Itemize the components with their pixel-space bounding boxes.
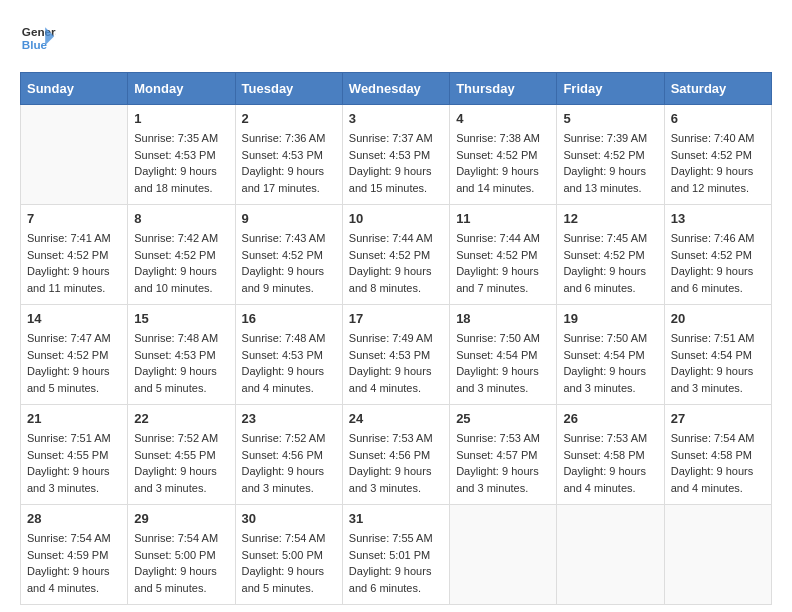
calendar-cell: 14Sunrise: 7:47 AMSunset: 4:52 PMDayligh… xyxy=(21,305,128,405)
day-number: 20 xyxy=(671,311,765,326)
day-number: 15 xyxy=(134,311,228,326)
day-info: Sunrise: 7:53 AMSunset: 4:57 PMDaylight:… xyxy=(456,430,550,496)
day-info: Sunrise: 7:50 AMSunset: 4:54 PMDaylight:… xyxy=(563,330,657,396)
day-info: Sunrise: 7:37 AMSunset: 4:53 PMDaylight:… xyxy=(349,130,443,196)
calendar-cell: 8Sunrise: 7:42 AMSunset: 4:52 PMDaylight… xyxy=(128,205,235,305)
calendar-cell: 16Sunrise: 7:48 AMSunset: 4:53 PMDayligh… xyxy=(235,305,342,405)
day-info: Sunrise: 7:45 AMSunset: 4:52 PMDaylight:… xyxy=(563,230,657,296)
day-info: Sunrise: 7:44 AMSunset: 4:52 PMDaylight:… xyxy=(456,230,550,296)
day-number: 4 xyxy=(456,111,550,126)
page-header: General Blue xyxy=(20,20,772,56)
calendar-header: SundayMondayTuesdayWednesdayThursdayFrid… xyxy=(21,73,772,105)
day-number: 6 xyxy=(671,111,765,126)
day-number: 2 xyxy=(242,111,336,126)
day-info: Sunrise: 7:36 AMSunset: 4:53 PMDaylight:… xyxy=(242,130,336,196)
day-number: 5 xyxy=(563,111,657,126)
calendar-cell: 31Sunrise: 7:55 AMSunset: 5:01 PMDayligh… xyxy=(342,505,449,605)
days-header-row: SundayMondayTuesdayWednesdayThursdayFrid… xyxy=(21,73,772,105)
week-row-3: 21Sunrise: 7:51 AMSunset: 4:55 PMDayligh… xyxy=(21,405,772,505)
day-info: Sunrise: 7:54 AMSunset: 4:58 PMDaylight:… xyxy=(671,430,765,496)
calendar-cell: 24Sunrise: 7:53 AMSunset: 4:56 PMDayligh… xyxy=(342,405,449,505)
logo: General Blue xyxy=(20,20,56,56)
day-number: 13 xyxy=(671,211,765,226)
day-number: 24 xyxy=(349,411,443,426)
day-number: 31 xyxy=(349,511,443,526)
calendar-cell xyxy=(557,505,664,605)
calendar-cell: 5Sunrise: 7:39 AMSunset: 4:52 PMDaylight… xyxy=(557,105,664,205)
calendar-cell: 17Sunrise: 7:49 AMSunset: 4:53 PMDayligh… xyxy=(342,305,449,405)
day-number: 19 xyxy=(563,311,657,326)
day-number: 1 xyxy=(134,111,228,126)
day-number: 8 xyxy=(134,211,228,226)
calendar-cell: 15Sunrise: 7:48 AMSunset: 4:53 PMDayligh… xyxy=(128,305,235,405)
day-info: Sunrise: 7:55 AMSunset: 5:01 PMDaylight:… xyxy=(349,530,443,596)
day-info: Sunrise: 7:38 AMSunset: 4:52 PMDaylight:… xyxy=(456,130,550,196)
calendar-cell: 2Sunrise: 7:36 AMSunset: 4:53 PMDaylight… xyxy=(235,105,342,205)
calendar-cell: 30Sunrise: 7:54 AMSunset: 5:00 PMDayligh… xyxy=(235,505,342,605)
calendar-cell: 27Sunrise: 7:54 AMSunset: 4:58 PMDayligh… xyxy=(664,405,771,505)
calendar-cell: 19Sunrise: 7:50 AMSunset: 4:54 PMDayligh… xyxy=(557,305,664,405)
day-number: 3 xyxy=(349,111,443,126)
calendar-cell: 26Sunrise: 7:53 AMSunset: 4:58 PMDayligh… xyxy=(557,405,664,505)
day-number: 25 xyxy=(456,411,550,426)
day-number: 23 xyxy=(242,411,336,426)
day-info: Sunrise: 7:39 AMSunset: 4:52 PMDaylight:… xyxy=(563,130,657,196)
day-info: Sunrise: 7:53 AMSunset: 4:58 PMDaylight:… xyxy=(563,430,657,496)
day-number: 30 xyxy=(242,511,336,526)
day-info: Sunrise: 7:51 AMSunset: 4:55 PMDaylight:… xyxy=(27,430,121,496)
day-info: Sunrise: 7:52 AMSunset: 4:55 PMDaylight:… xyxy=(134,430,228,496)
calendar-cell: 20Sunrise: 7:51 AMSunset: 4:54 PMDayligh… xyxy=(664,305,771,405)
week-row-1: 7Sunrise: 7:41 AMSunset: 4:52 PMDaylight… xyxy=(21,205,772,305)
calendar-table: SundayMondayTuesdayWednesdayThursdayFrid… xyxy=(20,72,772,605)
day-info: Sunrise: 7:54 AMSunset: 4:59 PMDaylight:… xyxy=(27,530,121,596)
day-info: Sunrise: 7:49 AMSunset: 4:53 PMDaylight:… xyxy=(349,330,443,396)
calendar-cell: 28Sunrise: 7:54 AMSunset: 4:59 PMDayligh… xyxy=(21,505,128,605)
day-number: 9 xyxy=(242,211,336,226)
day-header-wednesday: Wednesday xyxy=(342,73,449,105)
week-row-0: 1Sunrise: 7:35 AMSunset: 4:53 PMDaylight… xyxy=(21,105,772,205)
day-info: Sunrise: 7:40 AMSunset: 4:52 PMDaylight:… xyxy=(671,130,765,196)
day-info: Sunrise: 7:48 AMSunset: 4:53 PMDaylight:… xyxy=(134,330,228,396)
day-number: 26 xyxy=(563,411,657,426)
day-info: Sunrise: 7:52 AMSunset: 4:56 PMDaylight:… xyxy=(242,430,336,496)
day-number: 17 xyxy=(349,311,443,326)
calendar-cell: 7Sunrise: 7:41 AMSunset: 4:52 PMDaylight… xyxy=(21,205,128,305)
calendar-cell xyxy=(664,505,771,605)
day-info: Sunrise: 7:46 AMSunset: 4:52 PMDaylight:… xyxy=(671,230,765,296)
day-header-sunday: Sunday xyxy=(21,73,128,105)
calendar-cell: 6Sunrise: 7:40 AMSunset: 4:52 PMDaylight… xyxy=(664,105,771,205)
calendar-cell: 12Sunrise: 7:45 AMSunset: 4:52 PMDayligh… xyxy=(557,205,664,305)
day-header-thursday: Thursday xyxy=(450,73,557,105)
calendar-body: 1Sunrise: 7:35 AMSunset: 4:53 PMDaylight… xyxy=(21,105,772,605)
day-info: Sunrise: 7:41 AMSunset: 4:52 PMDaylight:… xyxy=(27,230,121,296)
day-info: Sunrise: 7:42 AMSunset: 4:52 PMDaylight:… xyxy=(134,230,228,296)
day-number: 28 xyxy=(27,511,121,526)
day-info: Sunrise: 7:54 AMSunset: 5:00 PMDaylight:… xyxy=(242,530,336,596)
day-info: Sunrise: 7:35 AMSunset: 4:53 PMDaylight:… xyxy=(134,130,228,196)
calendar-cell: 10Sunrise: 7:44 AMSunset: 4:52 PMDayligh… xyxy=(342,205,449,305)
calendar-cell: 4Sunrise: 7:38 AMSunset: 4:52 PMDaylight… xyxy=(450,105,557,205)
day-header-tuesday: Tuesday xyxy=(235,73,342,105)
day-header-saturday: Saturday xyxy=(664,73,771,105)
day-info: Sunrise: 7:48 AMSunset: 4:53 PMDaylight:… xyxy=(242,330,336,396)
day-info: Sunrise: 7:43 AMSunset: 4:52 PMDaylight:… xyxy=(242,230,336,296)
day-number: 27 xyxy=(671,411,765,426)
day-number: 18 xyxy=(456,311,550,326)
calendar-cell: 29Sunrise: 7:54 AMSunset: 5:00 PMDayligh… xyxy=(128,505,235,605)
day-info: Sunrise: 7:44 AMSunset: 4:52 PMDaylight:… xyxy=(349,230,443,296)
day-number: 29 xyxy=(134,511,228,526)
day-info: Sunrise: 7:54 AMSunset: 5:00 PMDaylight:… xyxy=(134,530,228,596)
calendar-cell: 18Sunrise: 7:50 AMSunset: 4:54 PMDayligh… xyxy=(450,305,557,405)
day-number: 16 xyxy=(242,311,336,326)
day-info: Sunrise: 7:51 AMSunset: 4:54 PMDaylight:… xyxy=(671,330,765,396)
week-row-4: 28Sunrise: 7:54 AMSunset: 4:59 PMDayligh… xyxy=(21,505,772,605)
day-number: 10 xyxy=(349,211,443,226)
calendar-cell: 1Sunrise: 7:35 AMSunset: 4:53 PMDaylight… xyxy=(128,105,235,205)
calendar-cell: 25Sunrise: 7:53 AMSunset: 4:57 PMDayligh… xyxy=(450,405,557,505)
day-number: 11 xyxy=(456,211,550,226)
day-info: Sunrise: 7:50 AMSunset: 4:54 PMDaylight:… xyxy=(456,330,550,396)
svg-text:Blue: Blue xyxy=(22,38,48,51)
week-row-2: 14Sunrise: 7:47 AMSunset: 4:52 PMDayligh… xyxy=(21,305,772,405)
day-number: 21 xyxy=(27,411,121,426)
day-number: 14 xyxy=(27,311,121,326)
